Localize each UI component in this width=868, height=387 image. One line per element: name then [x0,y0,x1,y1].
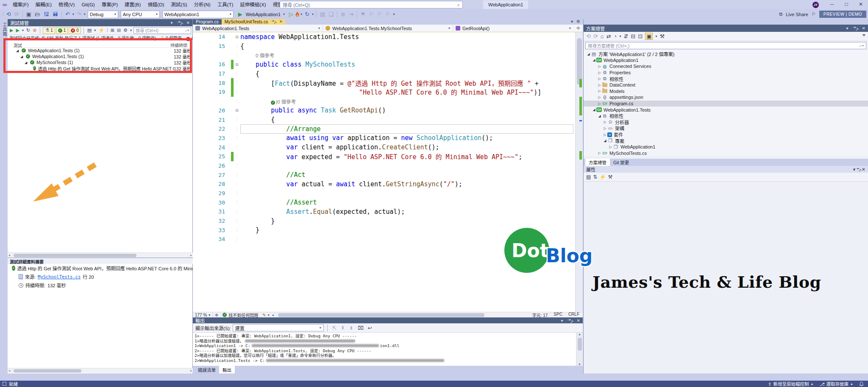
menu-專案P[interactable]: 專案(P) [98,0,121,9]
solution-tree-row[interactable]: ▷{}appsettings.json [584,94,868,101]
expander-closed-icon[interactable]: ▷ [597,151,602,155]
expander-closed-icon[interactable]: ▷ [597,102,602,106]
undo-dropdown-icon[interactable]: ▾ [72,12,75,16]
back-icon[interactable]: ⟲ [586,33,591,39]
editor-vscrollbar[interactable] [575,32,583,312]
menu-GitG[interactable]: Git(G) [78,0,98,9]
code-line[interactable]: 26┊ [193,161,575,171]
select-repository-button[interactable]: ⎇ 選取存放庫 ▲ [819,381,853,387]
menu-測試S[interactable]: 測試(S) [167,0,190,9]
goto-message-icon[interactable]: ⇱ [331,325,338,331]
solution-tree-row[interactable]: ◢▤方案 'WebApplication1' (2 / 2 個專案) [584,51,868,57]
nav-member-select[interactable]: GetRootApi()▾ ✛ [453,25,583,32]
total-tests-badge[interactable]: ⚗1 [43,27,55,34]
code-line[interactable]: 21┊{ [193,115,575,124]
solution-tree-row[interactable]: ▷⧉相依性 [584,76,868,82]
properties-icon[interactable]: ⊡ [638,33,643,39]
bookmark-next-icon[interactable]: ⚐ [376,10,384,19]
find-in-files-icon[interactable]: ≣ [339,10,347,19]
bookmark-clear-icon[interactable]: ⚐ [384,10,392,19]
pin-icon[interactable]: 📌︎T [851,24,859,32]
expander-closed-icon[interactable]: ▷ [603,133,607,137]
navigate-forward-icon[interactable]: ⟳ [13,10,21,19]
codelens-row[interactable]: ┊0 個參考 [193,50,575,60]
expander-open-icon[interactable]: ◢ [592,58,596,62]
close-button[interactable]: ✕ [854,0,868,9]
run-all-tests-icon[interactable]: ▶ [9,28,14,33]
run-dropdown-icon[interactable]: ▾ [21,28,25,32]
expander-open-icon[interactable]: ◢ [597,114,602,118]
wrench-icon[interactable]: ⚒ [608,174,612,180]
test-tree-row[interactable]: ◢✓MySchoolTests (1)132 毫秒 [8,59,192,65]
fold-collapse-icon[interactable]: ⊟ [234,62,240,67]
categorized-view-icon[interactable]: ▤ [586,174,591,180]
solution-configuration-select[interactable]: Debug▾ [88,11,118,18]
close-panel-icon[interactable]: ✕ [577,318,580,323]
code-line[interactable]: 30┊//Assert [193,198,575,207]
pin-icon[interactable]: 📌︎T [175,19,184,27]
run-failed-icon[interactable]: ⚡ [97,28,105,33]
code-line[interactable]: 22┊//Arrange [193,124,575,134]
live-share-label[interactable]: Live Share [786,12,808,17]
solution-tree-row[interactable]: ◢C#WebApplication1.Tests [584,107,868,113]
code-line[interactable]: 17┊{ [193,69,575,79]
fold-collapse-icon[interactable]: ⊟ [234,108,240,112]
group-by-icon[interactable]: ⫶ [106,28,109,33]
code-line[interactable]: 18┊[Fact(DisplayName = @"透過 Http 的 Get 操… [193,78,575,87]
solution-tree-row[interactable]: ◢C#WebApplication1 [584,57,868,64]
solution-tree-row[interactable]: ▷▭架構 [584,125,868,132]
split-window-icon[interactable]: ✛ [573,25,580,31]
code-area[interactable]: 14⊟namespace WebApplication1.Tests15┊{┊0… [193,32,575,312]
expander-closed-icon[interactable]: ▷ [597,83,602,87]
run-tests-icon[interactable]: ▶ [15,28,20,33]
code-line[interactable]: 19┊"Hello ASP.NET Core 6.0 的 Minimal Web… [193,87,575,97]
expander-closed-icon[interactable]: ▷ [603,120,607,124]
tab-myschoolunittests-cs[interactable]: MySchoolUnitTests.cs 📌︎T ✕ [222,19,286,25]
navigate-symbol-icon[interactable]: ⇥ [347,10,355,19]
output-vscrollbar[interactable]: ▲ ▼ [576,333,583,366]
preview-demo-badge[interactable]: PREVIEW | DEMO [819,11,866,18]
code-line[interactable]: 33┊} [193,225,575,235]
live-share-icon[interactable]: ⧉ [779,11,782,17]
solution-search-box[interactable]: 搜尋方案總管 (Ctrl+;) ⌕ ▾ [585,42,866,49]
collapse-all-icon[interactable]: ⊟ [631,33,635,39]
minimize-button[interactable]: ─ [825,0,839,9]
expander-closed-icon[interactable]: ▷ [597,64,602,68]
menu-編輯E[interactable]: 編輯(E) [32,0,55,9]
tab-program-cs[interactable]: Program.cs [193,19,222,25]
code-line[interactable]: 25┊var expected = "Hello ASP.NET Core 6.… [193,152,575,161]
more-options-icon[interactable]: ❞ [862,33,865,39]
navigate-back-icon[interactable]: ⟲ [5,10,13,19]
pending-changes-filter-icon[interactable]: ◔ [614,33,617,39]
document-list-icon[interactable]: ▾ [571,19,573,25]
start-without-debugging-icon[interactable]: ▷ [287,10,295,19]
output-log[interactable]: 1>------ 已開始建置: 專案: WebApplication1, 設定:… [193,333,575,366]
solution-tree-row[interactable]: ▷N套件 [584,132,868,138]
code-line[interactable]: 23┊await using var application = new Sch… [193,134,575,143]
sync-with-active-document-icon[interactable]: ▣ [645,33,653,40]
warnings-status[interactable]: ⚠ 0 個警告 [160,35,182,41]
restart-icon[interactable]: ↻ [303,10,311,19]
toolbox-vertical-tab[interactable]: 工具箱 [1,22,8,36]
new-project-icon[interactable]: ▣ [25,10,33,19]
add-to-source-control-button[interactable]: ⇪ 新增至原始檔控制 ▲ [768,381,814,387]
menu-工具T[interactable]: 工具(T) [214,0,237,9]
test-tree-row[interactable]: ◢✓WebApplication1.Tests (1)132 毫秒 [8,48,192,53]
menu-延伸模組X[interactable]: 延伸模組(X) [236,0,269,9]
expander-icon[interactable]: ◢ [16,49,20,53]
next-message-icon[interactable]: ⇟ [348,325,355,331]
code-line[interactable]: 24┊var client = application.CreateClient… [193,143,575,152]
cancel-run-icon[interactable]: ⊘ [32,28,37,33]
document-health-icon[interactable]: ❖ [213,313,220,317]
solution-tree-row[interactable]: ▷C#MySchoolTests.cs [584,150,868,157]
code-line[interactable]: 20⊟public async Task GetRootApi() [193,106,575,115]
window-position-icon[interactable]: ▾ [170,20,172,25]
pin-icon[interactable]: 📌︎T [855,166,862,173]
bookmark-prev-icon[interactable]: ⚐ [367,10,376,19]
expander-open-icon[interactable]: ◢ [586,52,591,56]
property-pages-icon[interactable]: ⚡ [599,174,606,180]
tab-error-list[interactable]: 錯誤清單 [195,366,219,374]
notifications-bell-icon[interactable] [859,381,864,387]
hot-reload-dropdown-icon[interactable]: ▾ [300,12,303,16]
code-line[interactable]: 32┊} [193,216,575,226]
